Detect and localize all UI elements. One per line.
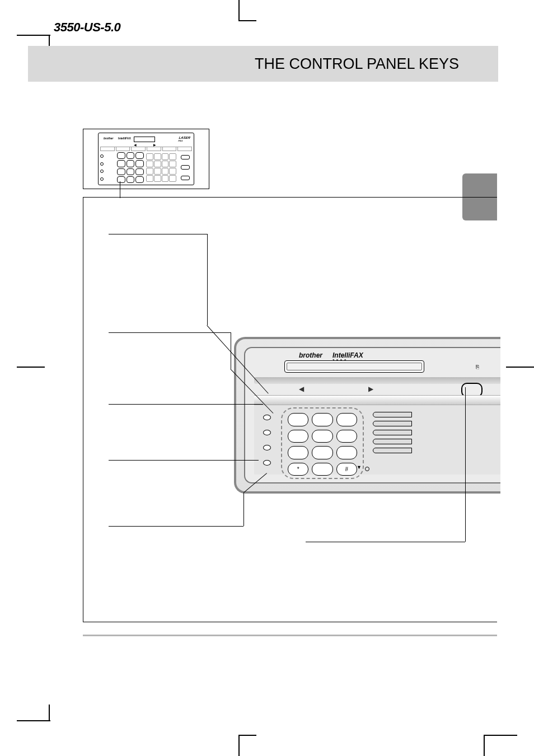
lcd-icon: [134, 137, 155, 142]
brand-label: brother: [299, 351, 322, 359]
crop-mark: [506, 367, 534, 368]
key-9: [336, 446, 357, 459]
led-icon: [263, 415, 271, 420]
key-7: [288, 446, 308, 459]
trim-strip: [254, 377, 500, 384]
led-column: [100, 152, 115, 183]
model-label: IntelliFAX: [118, 137, 131, 140]
thumbnail-pointer-line: [120, 181, 120, 198]
callout-line: [243, 492, 244, 526]
onetouch-key: [373, 448, 412, 453]
keypad-icon: [117, 152, 144, 183]
arrow-icons: ◀▶: [134, 143, 173, 147]
control-row: [100, 147, 192, 151]
crop-mark: [238, 735, 256, 736]
page-header: THE CONTROL PANEL KEYS: [28, 46, 498, 82]
key-star: *: [288, 463, 308, 476]
lcd-display: [284, 360, 424, 373]
key-6: [336, 430, 357, 443]
crop-mark: [484, 736, 485, 756]
callout-line: [109, 234, 207, 234]
crop-mark: [17, 720, 50, 721]
arrow-left-icon: ◀: [299, 385, 304, 393]
key-0: [312, 463, 332, 476]
speaker-led-icon: [365, 467, 369, 471]
key-3: [336, 413, 357, 426]
crop-mark: [238, 0, 240, 20]
page-title: THE CONTROL PANEL KEYS: [255, 55, 459, 73]
key-2: [312, 413, 332, 426]
footer-rule: [83, 635, 497, 636]
led-icon: [263, 445, 271, 450]
control-strip: [254, 395, 500, 405]
crop-mark: [17, 35, 50, 36]
device-thumbnail: brother IntelliFAX LASER FAX ◀▶: [83, 129, 209, 189]
callout-line: [231, 332, 231, 369]
callout-line: [207, 234, 208, 325]
callout-highlight: [0, 0, 11, 11]
onetouch-column: [373, 405, 500, 475]
key-5: [312, 430, 332, 443]
onetouch-key: [373, 430, 412, 435]
onetouch-key: [373, 439, 412, 444]
dial-keypad: * #: [288, 413, 357, 476]
key-hash: #: [336, 463, 357, 476]
led-icon: [263, 460, 271, 466]
brand-label: brother: [104, 137, 114, 140]
callout-line: [109, 332, 231, 333]
callout-line: [109, 404, 263, 405]
callout-line: [109, 460, 259, 461]
crop-mark: [484, 735, 517, 736]
crop-mark: [238, 20, 256, 21]
device-enlarged: brother IntelliFAX 3 5 5 0 ⎘ ◀ ▶: [234, 337, 500, 494]
onetouch-grid: [146, 152, 176, 183]
key-8: [312, 446, 332, 459]
crop-mark: [17, 367, 45, 368]
crop-mark: [49, 705, 50, 721]
right-buttons: [179, 152, 192, 183]
led-icon: [263, 430, 271, 435]
callout-line: [306, 542, 465, 542]
arrow-right-icon: ▶: [368, 385, 373, 393]
callout-line: [465, 387, 466, 542]
key-1: [288, 413, 308, 426]
speaker-arrow-icon: ▼: [357, 464, 362, 470]
onetouch-key: [373, 421, 412, 426]
indicator-leds: [254, 405, 280, 475]
crop-mark: [238, 736, 240, 756]
callout-line: [109, 526, 243, 527]
paper-icon: ⎘: [476, 364, 479, 370]
document-id: 3550-US-5.0: [54, 20, 120, 35]
laser-logo: LASER FAX: [178, 136, 190, 143]
key-4: [288, 430, 308, 443]
onetouch-key: [373, 412, 412, 417]
